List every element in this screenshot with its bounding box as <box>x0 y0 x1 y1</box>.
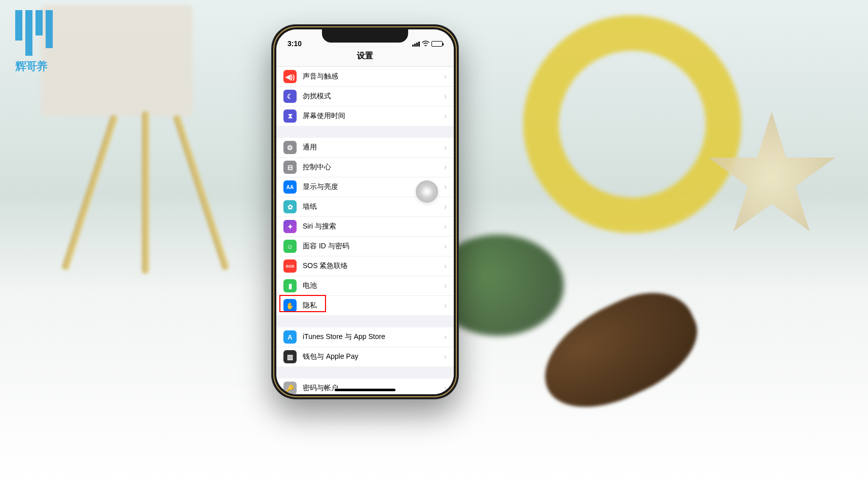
chevron-right-icon: › <box>444 332 447 342</box>
chevron-right-icon: › <box>444 72 447 81</box>
battery-icon <box>431 41 443 47</box>
settings-row-siri[interactable]: ✦Siri 与搜索› <box>276 217 454 237</box>
settings-row-label: 隐私 <box>303 301 444 310</box>
settings-row-label: 声音与触感 <box>303 72 444 81</box>
home-indicator[interactable] <box>335 389 395 391</box>
itunes-icon: A <box>283 330 297 344</box>
chevron-right-icon: › <box>444 222 447 231</box>
control-icon: ⊟ <box>283 161 297 174</box>
display-icon: AA <box>283 180 297 194</box>
phone-screen: 3:10 设置 ◀))声音与触感›☾勿扰模式›⧗屏幕使用时间›⚙通用›⊟控制中心… <box>276 29 454 394</box>
settings-row-passwords[interactable]: 🔑密码与帐户› <box>276 379 454 394</box>
status-time: 3:10 <box>287 40 302 48</box>
chevron-right-icon: › <box>444 352 447 361</box>
settings-group: ◀))声音与触感›☾勿扰模式›⧗屏幕使用时间› <box>276 67 454 126</box>
settings-row-sound[interactable]: ◀))声音与触感› <box>276 67 454 87</box>
battery-icon: ▮ <box>283 279 297 292</box>
screentime-icon: ⧗ <box>283 109 297 123</box>
settings-row-wallet[interactable]: ▥钱包与 Apple Pay› <box>276 347 454 366</box>
settings-row-dnd[interactable]: ☾勿扰模式› <box>276 87 454 106</box>
settings-row-control[interactable]: ⊟控制中心› <box>276 158 454 177</box>
settings-group: 🔑密码与帐户›✉邮件› <box>276 379 454 394</box>
sos-icon: SOS <box>283 259 297 273</box>
settings-row-general[interactable]: ⚙通用› <box>276 138 454 158</box>
settings-row-label: Siri 与搜索 <box>303 222 444 231</box>
siri-icon: ✦ <box>283 220 297 233</box>
settings-row-privacy[interactable]: ✋隐私› <box>276 296 454 315</box>
settings-row-battery[interactable]: ▮电池› <box>276 276 454 296</box>
chevron-right-icon: › <box>444 92 447 101</box>
settings-row-label: 面容 ID 与密码 <box>303 242 444 251</box>
chevron-right-icon: › <box>444 281 447 290</box>
chevron-right-icon: › <box>444 261 447 271</box>
chevron-right-icon: › <box>444 182 447 192</box>
wallpaper-icon: ✿ <box>283 200 297 213</box>
chevron-right-icon: › <box>444 111 447 121</box>
settings-row-label: 通用 <box>303 143 444 152</box>
passwords-icon: 🔑 <box>283 382 297 394</box>
chevron-right-icon: › <box>444 143 447 152</box>
chevron-right-icon: › <box>444 301 447 310</box>
settings-row-label: 屏幕使用时间 <box>303 111 444 121</box>
settings-row-label: 电池 <box>303 281 444 290</box>
settings-row-screentime[interactable]: ⧗屏幕使用时间› <box>276 106 454 126</box>
settings-row-label: 墙纸 <box>303 202 444 211</box>
settings-row-label: iTunes Store 与 App Store <box>303 332 444 342</box>
general-icon: ⚙ <box>283 141 297 154</box>
watermark: 辉哥养 <box>15 10 96 111</box>
settings-list[interactable]: ◀))声音与触感›☾勿扰模式›⧗屏幕使用时间›⚙通用›⊟控制中心›AA显示与亮度… <box>276 67 454 394</box>
settings-group: ⚙通用›⊟控制中心›AA显示与亮度›✿墙纸›✦Siri 与搜索›☺面容 ID 与… <box>276 138 454 315</box>
faceid-icon: ☺ <box>283 240 297 253</box>
page-title: 设置 <box>276 49 454 67</box>
settings-row-itunes[interactable]: AiTunes Store 与 App Store› <box>276 327 454 347</box>
assistive-touch-button[interactable] <box>416 180 438 203</box>
settings-group: AiTunes Store 与 App Store›▥钱包与 Apple Pay… <box>276 327 454 366</box>
sound-icon: ◀)) <box>283 70 297 83</box>
chevron-right-icon: › <box>444 163 447 172</box>
phone-notch <box>322 29 408 43</box>
chevron-right-icon: › <box>444 242 447 251</box>
dnd-icon: ☾ <box>283 90 297 103</box>
wallet-icon: ▥ <box>283 350 297 363</box>
settings-row-sos[interactable]: SOSSOS 紧急联络› <box>276 256 454 276</box>
settings-row-label: 钱包与 Apple Pay <box>303 352 444 361</box>
settings-row-label: 控制中心 <box>303 163 444 172</box>
settings-row-label: SOS 紧急联络 <box>303 261 444 271</box>
settings-row-label: 密码与帐户 <box>303 384 444 393</box>
wifi-icon <box>422 40 429 48</box>
chevron-right-icon: › <box>444 384 447 393</box>
phone-frame: 3:10 设置 ◀))声音与触感›☾勿扰模式›⧗屏幕使用时间›⚙通用›⊟控制中心… <box>271 24 459 399</box>
signal-icon <box>412 42 420 47</box>
privacy-icon: ✋ <box>283 299 297 312</box>
settings-row-faceid[interactable]: ☺面容 ID 与密码› <box>276 237 454 256</box>
chevron-right-icon: › <box>444 202 447 211</box>
background-ring <box>523 15 741 233</box>
settings-row-label: 勿扰模式 <box>303 92 444 101</box>
